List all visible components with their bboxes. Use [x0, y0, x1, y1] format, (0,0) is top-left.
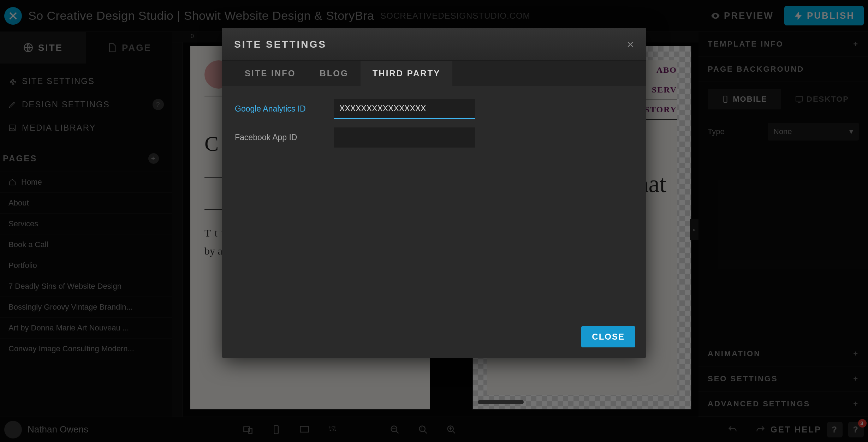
ga-label: Google Analytics ID: [235, 104, 334, 114]
close-icon[interactable]: ×: [627, 37, 634, 51]
fb-label: Facebook App ID: [235, 133, 334, 142]
facebook-app-id-input[interactable]: [334, 127, 475, 148]
modal-tab-blog[interactable]: BLOG: [308, 61, 360, 86]
google-analytics-input[interactable]: [334, 99, 475, 119]
modal-overlay: SITE SETTINGS × SITE INFO BLOG THIRD PAR…: [0, 0, 868, 442]
modal-tab-site-info[interactable]: SITE INFO: [233, 61, 308, 86]
modal-title: SITE SETTINGS: [234, 39, 327, 50]
close-button[interactable]: CLOSE: [581, 326, 635, 347]
modal-tab-third-party[interactable]: THIRD PARTY: [361, 61, 453, 86]
site-settings-modal: SITE SETTINGS × SITE INFO BLOG THIRD PAR…: [222, 28, 646, 358]
